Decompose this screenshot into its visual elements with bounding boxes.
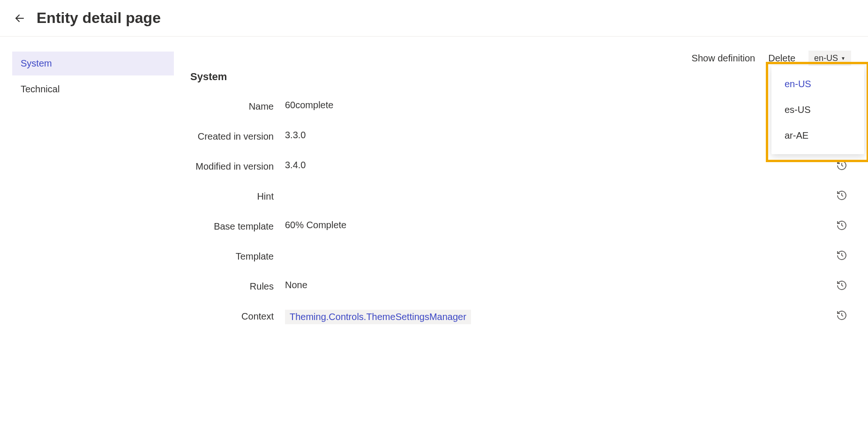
field-label: Rules [190, 280, 274, 293]
content-area: Show definition Delete en-US ▼ en-US es-… [173, 37, 868, 350]
locale-selected-label: en-US [814, 53, 838, 63]
page-title: Entity detail page [37, 9, 161, 27]
field-label: Name [190, 100, 274, 113]
field-row-modified: Modified in version 3.4.0 [190, 160, 851, 173]
field-row-context: Context Theming.Controls.ThemeSettingsMa… [190, 310, 851, 324]
history-icon[interactable] [836, 220, 847, 231]
page-header: Entity detail page [0, 0, 868, 37]
locale-option-ar-ae[interactable]: ar-AE [771, 123, 864, 149]
history-icon[interactable] [836, 310, 847, 321]
back-arrow-icon[interactable] [13, 12, 26, 25]
field-value: 3.3.0 [285, 130, 851, 141]
field-row-rules: Rules None [190, 280, 851, 293]
field-label: Context [190, 310, 274, 323]
delete-button[interactable]: Delete [768, 53, 795, 64]
main-layout: System Technical Show definition Delete … [0, 37, 868, 350]
field-row-base-template: Base template 60% Complete [190, 220, 851, 233]
field-value: 60% Complete [285, 220, 851, 231]
field-value: 60complete [285, 100, 851, 111]
locale-dropdown-button[interactable]: en-US ▼ [808, 51, 851, 66]
field-row-name: Name 60complete [190, 100, 851, 113]
locale-dropdown-menu: en-US es-US ar-AE [771, 66, 864, 154]
section-heading: System [190, 71, 851, 83]
field-label: Template [190, 250, 274, 263]
field-row-created: Created in version 3.3.0 [190, 130, 851, 143]
history-icon[interactable] [836, 160, 847, 171]
history-icon[interactable] [836, 190, 847, 201]
locale-option-en-us[interactable]: en-US [771, 71, 864, 97]
sidebar: System Technical [0, 37, 173, 350]
caret-down-icon: ▼ [841, 56, 846, 61]
field-value: None [285, 280, 851, 291]
sidebar-item-label: Technical [21, 84, 60, 94]
field-row-template: Template [190, 250, 851, 263]
toolbar: Show definition Delete en-US ▼ [190, 51, 851, 66]
field-label: Modified in version [190, 160, 274, 173]
field-value-link[interactable]: Theming.Controls.ThemeSettingsManager [285, 310, 471, 324]
field-label: Created in version [190, 130, 274, 143]
field-label: Hint [190, 190, 274, 203]
history-icon[interactable] [836, 280, 847, 291]
sidebar-item-label: System [21, 58, 52, 68]
field-value: 3.4.0 [285, 160, 851, 171]
sidebar-item-technical[interactable]: Technical [12, 77, 174, 101]
sidebar-item-system[interactable]: System [12, 52, 174, 75]
history-icon[interactable] [836, 250, 847, 261]
show-definition-button[interactable]: Show definition [692, 53, 756, 64]
field-row-hint: Hint [190, 190, 851, 203]
locale-option-es-us[interactable]: es-US [771, 97, 864, 123]
field-label: Base template [190, 220, 274, 233]
